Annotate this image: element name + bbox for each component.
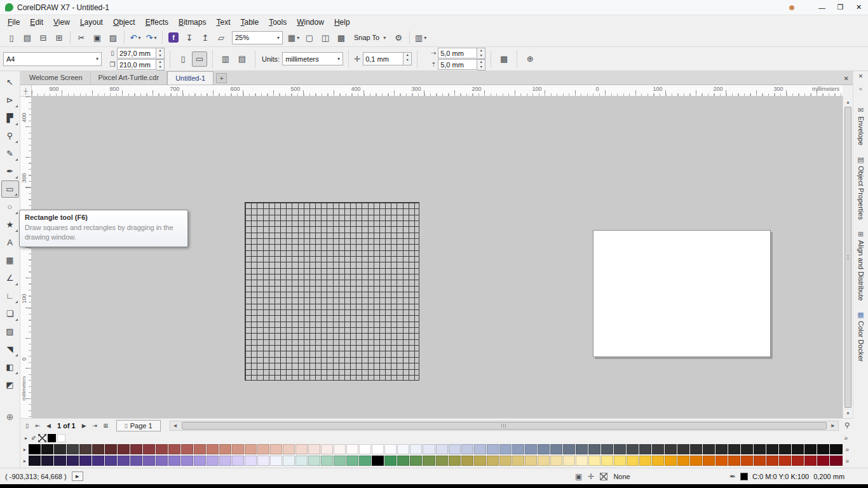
tabbar-close-icon[interactable]: ✕ xyxy=(844,75,849,82)
color-swatch[interactable] xyxy=(538,456,550,466)
color-swatch[interactable] xyxy=(754,444,766,454)
color-swatch[interactable] xyxy=(423,444,435,454)
color-swatch[interactable] xyxy=(168,444,180,454)
nudge-offset-field[interactable] xyxy=(363,52,403,65)
color-swatch[interactable] xyxy=(181,444,193,454)
menu-object[interactable]: Object xyxy=(108,17,140,28)
color-swatch[interactable] xyxy=(728,444,740,454)
spin-down-icon[interactable]: ▾ xyxy=(156,65,164,70)
redo-button[interactable]: ↷▾ xyxy=(144,30,159,45)
color-swatch[interactable] xyxy=(614,444,626,454)
save-button[interactable]: ⊟ xyxy=(36,30,51,45)
search-content-button[interactable]: f xyxy=(166,30,181,45)
dup-y-spinner[interactable]: ▴▾ xyxy=(477,59,485,71)
all-pages-button[interactable]: ▥ xyxy=(218,51,233,67)
workspace-button[interactable]: ▥▾ xyxy=(413,30,428,45)
units-select[interactable]: millimeters ▾ xyxy=(282,52,343,65)
page-width-field[interactable] xyxy=(117,48,156,58)
duplicate-distance-y-field[interactable] xyxy=(438,59,477,70)
color-eyedropper-tool[interactable]: ◥ xyxy=(1,341,19,358)
docker-collapse-icon[interactable]: « xyxy=(859,86,862,95)
chevron-down-icon[interactable]: ▾ xyxy=(154,35,156,41)
color-swatch[interactable] xyxy=(257,444,269,454)
duplicate-distance-x-field[interactable] xyxy=(438,48,477,58)
color-swatch[interactable] xyxy=(67,456,79,466)
color-swatch[interactable] xyxy=(270,444,282,454)
color-swatch[interactable] xyxy=(384,456,397,466)
color-swatch[interactable] xyxy=(397,456,409,466)
horizontal-ruler[interactable]: 9008007006005004003002001000100200300mil… xyxy=(32,85,843,97)
color-swatch[interactable] xyxy=(461,456,473,466)
color-swatch[interactable] xyxy=(397,444,409,454)
page-size-select[interactable]: A4 ▾ xyxy=(3,52,102,66)
menu-text[interactable]: Text xyxy=(211,17,235,28)
palette-scroll-icon[interactable]: ▸ xyxy=(24,447,26,452)
vertical-scroll-thumb[interactable] xyxy=(844,107,851,408)
docker-tab-color-docker[interactable]: ▦Color Docker xyxy=(857,311,865,362)
last-page-button[interactable]: ⇥ xyxy=(90,420,100,431)
color-swatch[interactable] xyxy=(321,444,333,454)
color-swatch[interactable] xyxy=(130,456,142,466)
color-swatch[interactable] xyxy=(346,456,358,466)
document-tab-2[interactable]: Pixcel Art-Turtle.cdr xyxy=(91,71,168,85)
color-swatch[interactable] xyxy=(499,456,512,466)
color-swatch[interactable] xyxy=(525,456,537,466)
color-swatch[interactable] xyxy=(207,456,219,466)
menu-table[interactable]: Table xyxy=(235,17,264,28)
transparency-tool[interactable]: ▨ xyxy=(1,323,19,340)
color-swatch[interactable] xyxy=(741,456,753,466)
color-swatch[interactable] xyxy=(118,456,130,466)
outline-pen-icon[interactable]: ✒ xyxy=(729,472,736,481)
color-swatch[interactable] xyxy=(219,456,231,466)
minimize-button[interactable]: — xyxy=(813,0,831,15)
zoom-level-select[interactable]: 25% ▾ xyxy=(232,31,283,44)
color-swatch[interactable] xyxy=(143,456,155,466)
menu-help[interactable]: Help xyxy=(329,17,355,28)
color-swatch[interactable] xyxy=(779,444,791,454)
chevron-down-icon[interactable]: ▾ xyxy=(424,35,426,41)
color-swatch[interactable] xyxy=(423,456,435,466)
dup-x-spinner[interactable]: ▴▾ xyxy=(477,48,485,59)
color-swatch[interactable] xyxy=(627,444,639,454)
object-details-icon[interactable]: ▣ xyxy=(575,472,582,481)
color-swatch[interactable] xyxy=(766,444,778,454)
color-swatch[interactable] xyxy=(79,456,92,466)
scroll-down-button[interactable]: ▼ xyxy=(843,408,853,418)
docker-tab-align-and-distribute[interactable]: ⊞Align and Distribute xyxy=(857,230,865,301)
color-swatch[interactable] xyxy=(346,444,358,454)
color-swatch[interactable] xyxy=(308,444,320,454)
options-button[interactable]: ⚙ xyxy=(391,30,406,45)
fullscreen-preview-button[interactable]: ▢ xyxy=(302,30,317,45)
document-tab-3[interactable]: Untitled-1 xyxy=(167,71,214,85)
menu-layout[interactable]: Layout xyxy=(75,17,108,28)
color-swatch[interactable] xyxy=(779,456,791,466)
color-swatch[interactable] xyxy=(474,456,486,466)
snap-to-button[interactable]: Snap To ▾ xyxy=(349,34,390,41)
menu-window[interactable]: Window xyxy=(292,17,329,28)
color-swatch[interactable] xyxy=(830,456,842,466)
color-swatch[interactable] xyxy=(588,456,600,466)
spin-down-icon[interactable]: ▾ xyxy=(156,53,164,58)
color-swatch[interactable] xyxy=(474,444,486,454)
vertical-scrollbar[interactable]: ▲ ▼ xyxy=(843,97,853,418)
color-swatch[interactable] xyxy=(792,444,804,454)
color-swatch[interactable] xyxy=(601,456,613,466)
color-swatch[interactable] xyxy=(257,456,269,466)
artistic-media-tool[interactable]: ✒ xyxy=(1,163,19,180)
landscape-button[interactable]: ▭ xyxy=(192,51,207,67)
color-swatch[interactable] xyxy=(436,456,448,466)
scroll-up-button[interactable]: ▲ xyxy=(843,97,853,107)
rectangle-tool[interactable]: ▭ xyxy=(1,180,19,198)
import-button[interactable]: ↧ xyxy=(182,30,197,45)
zoom-tool-icon[interactable]: ⚲ xyxy=(841,421,853,430)
color-swatch[interactable] xyxy=(79,444,92,454)
color-swatch[interactable] xyxy=(105,444,117,454)
color-swatch[interactable] xyxy=(283,444,295,454)
spin-up-icon[interactable]: ▴ xyxy=(403,53,411,58)
color-swatch[interactable] xyxy=(156,456,168,466)
color-swatch[interactable] xyxy=(295,444,308,454)
color-swatch[interactable] xyxy=(703,456,715,466)
color-swatch[interactable] xyxy=(245,456,257,466)
page-height-field[interactable] xyxy=(117,59,156,70)
color-swatch[interactable] xyxy=(334,444,346,454)
